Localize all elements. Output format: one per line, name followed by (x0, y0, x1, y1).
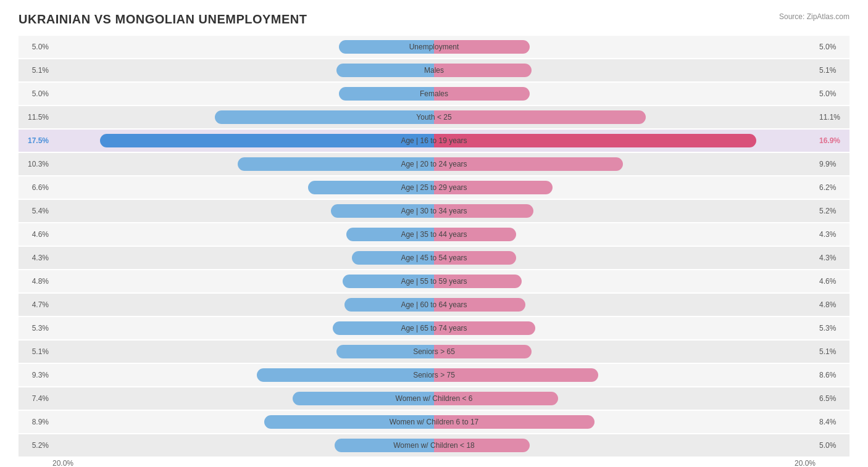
right-value: 11.1% (816, 113, 849, 122)
mongolian-bar (434, 64, 532, 77)
bars-wrapper: Age | 35 to 44 years (52, 223, 816, 246)
chart-row: 5.0%Unemployment5.0% (19, 36, 849, 58)
ukrainian-bar (308, 181, 434, 194)
right-value: 5.0% (816, 89, 849, 98)
left-value: 5.0% (19, 43, 52, 51)
left-value: 8.9% (19, 418, 52, 426)
bars-wrapper: Women w/ Children < 18 (52, 434, 816, 457)
bars-wrapper: Women w/ Children < 6 (52, 387, 816, 410)
bars-wrapper: Age | 16 to 19 years (52, 130, 816, 152)
bars-wrapper: Age | 65 to 74 years (52, 317, 816, 339)
right-value: 8.6% (816, 371, 849, 379)
left-value: 4.8% (19, 277, 52, 286)
bars-wrapper: Youth < 25 (52, 106, 816, 128)
ukrainian-bar (343, 275, 434, 288)
mongolian-bar (434, 228, 516, 241)
left-value: 4.7% (19, 300, 52, 309)
left-value: 10.3% (19, 160, 52, 168)
chart-row: 7.4%Women w/ Children < 66.5% (19, 387, 849, 410)
chart-container: UKRAINIAN VS MONGOLIAN UNEMPLOYMENT Sour… (0, 0, 868, 467)
bars-wrapper: Seniors > 75 (52, 364, 816, 386)
right-value: 4.3% (816, 230, 849, 239)
left-value: 5.3% (19, 324, 52, 333)
chart-row: 4.6%Age | 35 to 44 years4.3% (19, 223, 849, 246)
right-value: 5.0% (816, 43, 849, 51)
chart-row: 4.7%Age | 60 to 64 years4.8% (19, 294, 849, 316)
left-value: 5.4% (19, 207, 52, 215)
right-value: 4.6% (816, 277, 849, 286)
chart-row: 4.8%Age | 55 to 59 years4.6% (19, 270, 849, 292)
mongolian-bar (434, 134, 756, 147)
chart-title: UKRAINIAN VS MONGOLIAN UNEMPLOYMENT (19, 12, 307, 27)
ukrainian-bar (100, 134, 434, 147)
left-value: 4.3% (19, 254, 52, 262)
mongolian-bar (434, 251, 516, 265)
ukrainian-bar (336, 345, 434, 358)
axis-right-label: 20.0% (795, 459, 816, 467)
chart-body: 5.0%Unemployment5.0%5.1%Males5.1%5.0%Fem… (19, 36, 849, 457)
ukrainian-bar (264, 415, 434, 429)
ukrainian-bar (335, 439, 434, 452)
chart-row: 11.5%Youth < 2511.1% (19, 106, 849, 128)
mongolian-bar (434, 345, 532, 358)
chart-row: 5.2%Women w/ Children < 185.0% (19, 434, 849, 457)
axis-bottom: 20.0% 20.0% (19, 459, 849, 467)
left-value: 11.5% (19, 113, 52, 122)
chart-row: 5.1%Males5.1% (19, 59, 849, 81)
left-value: 5.2% (19, 441, 52, 450)
bars-wrapper: Age | 20 to 24 years (52, 153, 816, 175)
mongolian-bar (434, 368, 598, 382)
bars-wrapper: Age | 55 to 59 years (52, 270, 816, 292)
chart-row: 5.0%Females5.0% (19, 83, 849, 105)
mongolian-bar (434, 87, 530, 101)
chart-header: UKRAINIAN VS MONGOLIAN UNEMPLOYMENT Sour… (19, 12, 849, 27)
left-value: 5.1% (19, 347, 52, 356)
chart-row: 17.5%Age | 16 to 19 years16.9% (19, 130, 849, 152)
bars-wrapper: Age | 60 to 64 years (52, 294, 816, 316)
bars-wrapper: Males (52, 59, 816, 81)
left-value: 6.6% (19, 183, 52, 192)
right-value: 6.2% (816, 183, 849, 192)
ukrainian-bar (339, 87, 435, 101)
right-value: 4.8% (816, 300, 849, 309)
mongolian-bar (434, 110, 646, 124)
mongolian-bar (434, 392, 558, 405)
ukrainian-bar (346, 228, 434, 241)
right-value: 16.9% (816, 136, 849, 145)
chart-row: 6.6%Age | 25 to 29 years6.2% (19, 176, 849, 199)
ukrainian-bar (331, 204, 434, 218)
ukrainian-bar (257, 368, 434, 382)
ukrainian-bar (336, 64, 434, 77)
left-value: 17.5% (19, 136, 52, 145)
right-value: 5.1% (816, 66, 849, 75)
axis-left-label: 20.0% (52, 459, 73, 467)
right-value: 4.3% (816, 254, 849, 262)
right-value: 5.2% (816, 207, 849, 215)
mongolian-bar (434, 204, 533, 218)
bars-wrapper: Age | 45 to 54 years (52, 247, 816, 269)
right-value: 8.4% (816, 418, 849, 426)
right-value: 5.3% (816, 324, 849, 333)
bars-wrapper: Age | 30 to 34 years (52, 200, 816, 222)
mongolian-bar (434, 275, 522, 288)
ukrainian-bar (339, 40, 435, 54)
ukrainian-bar (238, 157, 434, 171)
mongolian-bar (434, 40, 530, 54)
mongolian-bar (434, 321, 535, 335)
right-value: 5.0% (816, 441, 849, 450)
ukrainian-bar (333, 321, 434, 335)
bars-wrapper: Unemployment (52, 36, 816, 58)
chart-row: 10.3%Age | 20 to 24 years9.9% (19, 153, 849, 175)
ukrainian-bar (293, 392, 434, 405)
left-value: 7.4% (19, 394, 52, 403)
mongolian-bar (434, 298, 525, 312)
chart-row: 9.3%Seniors > 758.6% (19, 364, 849, 386)
chart-row: 5.4%Age | 30 to 34 years5.2% (19, 200, 849, 222)
chart-row: 5.1%Seniors > 655.1% (19, 341, 849, 363)
mongolian-bar (434, 439, 530, 452)
bars-wrapper: Age | 25 to 29 years (52, 176, 816, 199)
right-value: 6.5% (816, 394, 849, 403)
right-value: 5.1% (816, 347, 849, 356)
chart-source: Source: ZipAtlas.com (779, 12, 849, 21)
bars-wrapper: Seniors > 65 (52, 341, 816, 363)
